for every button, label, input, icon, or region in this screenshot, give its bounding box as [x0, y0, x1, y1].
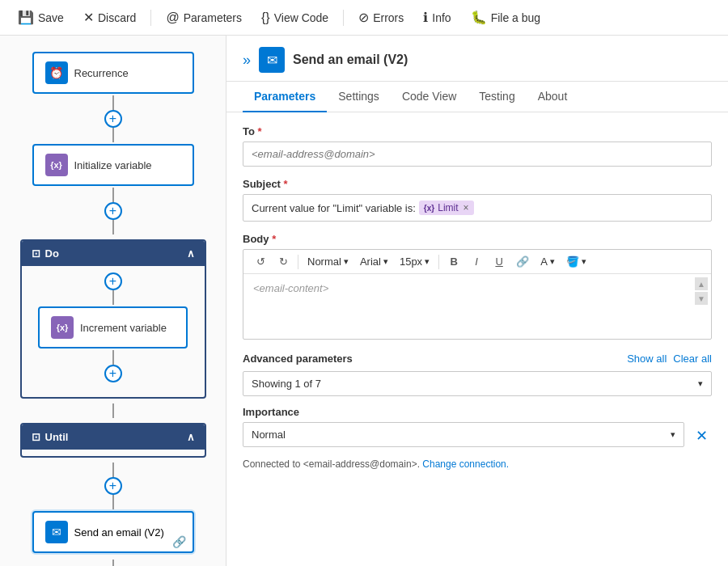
to-input[interactable]: [243, 142, 712, 167]
clear-all-button[interactable]: Clear all: [673, 353, 712, 365]
showing-label: Showing 1 of 7: [252, 378, 321, 390]
highlight-button[interactable]: 🪣 ▾: [561, 253, 591, 270]
errors-icon: ⊘: [358, 10, 369, 25]
line1: [112, 95, 114, 110]
importance-chevron: ▾: [671, 429, 675, 440]
scroll-up[interactable]: ▲: [695, 277, 708, 290]
advanced-header: Advanced parameters Show all Clear all: [243, 353, 712, 365]
connector1: +: [104, 95, 122, 142]
file-bug-button[interactable]: 🐛 File a bug: [463, 6, 548, 29]
tab-codeview[interactable]: Code View: [391, 82, 468, 112]
increment-node[interactable]: {x} Increment variable: [38, 306, 188, 348]
subject-field[interactable]: Current value for "Limit" variable is: {…: [243, 194, 712, 222]
link-icon: 🔗: [172, 535, 186, 548]
connection-text: Connected to <email-address@domain>.: [243, 458, 420, 470]
font-dropdown[interactable]: Arial ▾: [355, 253, 393, 270]
subject-token: {x} Limit ×: [419, 201, 474, 215]
showing-dropdown[interactable]: Showing 1 of 7 ▾: [243, 371, 712, 396]
editor-sep2: [438, 255, 439, 269]
save-button[interactable]: 💾 Save: [10, 6, 72, 29]
to-required: *: [258, 125, 262, 137]
size-dropdown[interactable]: 15px ▾: [395, 253, 434, 270]
do-icon: ⊡: [32, 247, 40, 260]
panel-header: » ✉ Send an email (V2): [226, 36, 728, 82]
connector2: +: [104, 188, 122, 234]
add-in-do[interactable]: +: [104, 272, 122, 290]
tab-parameters[interactable]: Parameters: [243, 82, 327, 112]
add-between-3[interactable]: +: [104, 477, 122, 495]
highlight-chevron: ▾: [582, 256, 586, 267]
line8: [112, 560, 114, 566]
importance-group: Importance Normal ▾: [243, 406, 684, 447]
errors-button[interactable]: ⊘ Errors: [350, 6, 412, 29]
body-editor: ↺ ↻ Normal ▾ Arial ▾ 15px: [243, 249, 712, 340]
info-button[interactable]: ℹ Info: [415, 6, 459, 29]
highlight-icon: 🪣: [566, 256, 579, 268]
format-dropdown[interactable]: Normal ▾: [303, 253, 353, 270]
until-collapse-icon[interactable]: ∧: [187, 431, 195, 443]
expand-button[interactable]: »: [243, 52, 251, 69]
do-collapse-icon[interactable]: ∧: [187, 247, 195, 260]
discard-icon: ✕: [83, 10, 94, 25]
font-color-label: A: [540, 256, 548, 268]
add-between-1[interactable]: +: [104, 110, 122, 128]
scroll-arrows: ▲ ▼: [695, 277, 708, 305]
tab-settings[interactable]: Settings: [327, 82, 391, 112]
code-icon: {}: [261, 11, 270, 25]
line6: [112, 463, 114, 477]
view-code-button[interactable]: {} View Code: [253, 6, 336, 29]
line5: [112, 403, 114, 418]
importance-dropdown[interactable]: Normal ▾: [243, 422, 684, 447]
font-color-button[interactable]: A ▾: [535, 253, 560, 270]
add-between-2[interactable]: +: [104, 202, 122, 220]
do-header-left: ⊡ Do: [32, 247, 59, 260]
italic-button[interactable]: I: [466, 253, 487, 270]
main-area: ⏰ Recurrence + {x} Initialize variable +…: [0, 36, 728, 566]
to-field-group: To *: [243, 125, 712, 167]
do-loop-header[interactable]: ⊡ Do ∧: [22, 241, 205, 266]
underline-button[interactable]: U: [489, 253, 510, 270]
recurrence-label: Recurrence: [74, 67, 129, 79]
recurrence-node[interactable]: ⏰ Recurrence: [32, 52, 194, 94]
token-icon: {x}: [424, 204, 434, 213]
show-all-button[interactable]: Show all: [627, 353, 667, 365]
do-connector1: +: [104, 272, 122, 305]
link-button[interactable]: 🔗: [511, 253, 534, 270]
bug-icon: 🐛: [471, 10, 487, 25]
send-email-label: Send an email (V2): [74, 526, 164, 539]
right-panel: » ✉ Send an email (V2) Parameters Settin…: [226, 36, 728, 566]
token-label: Limit: [438, 202, 458, 213]
add-after-increment[interactable]: +: [104, 365, 122, 382]
panel-tabs: Parameters Settings Code View Testing Ab…: [226, 82, 728, 112]
token-remove[interactable]: ×: [463, 202, 469, 213]
toolbar: 💾 Save ✕ Discard @ Parameters {} View Co…: [0, 0, 728, 36]
body-placeholder: <email-content>: [253, 282, 328, 294]
importance-remove-button[interactable]: ✕: [691, 425, 712, 446]
tab-testing[interactable]: Testing: [468, 82, 526, 112]
init-var-node[interactable]: {x} Initialize variable: [32, 144, 194, 186]
editor-toolbar: ↺ ↻ Normal ▾ Arial ▾ 15px: [243, 250, 711, 274]
until-header[interactable]: ⊡ Until ∧: [22, 424, 205, 450]
init-var-icon: {x}: [45, 154, 68, 176]
change-connection-link[interactable]: Change connection.: [422, 458, 509, 470]
do-label: Do: [45, 247, 59, 260]
panel-content: To * Subject * Current value for "Limit"…: [226, 112, 728, 566]
discard-button[interactable]: ✕ Discard: [75, 6, 144, 29]
line7: [112, 495, 114, 509]
send-email-node[interactable]: ✉ Send an email (V2) 🔗: [32, 511, 194, 553]
font-chevron: ▾: [383, 256, 388, 267]
tab-about[interactable]: About: [527, 82, 579, 112]
flow-canvas: ⏰ Recurrence + {x} Initialize variable +…: [0, 36, 226, 566]
scroll-down[interactable]: ▼: [695, 292, 708, 305]
do-connector2: +: [104, 350, 122, 382]
line2: [112, 128, 114, 142]
parameters-button[interactable]: @ Parameters: [158, 6, 250, 29]
importance-value: Normal: [252, 429, 286, 441]
redo-button[interactable]: ↻: [273, 253, 294, 270]
undo-button[interactable]: ↺: [250, 253, 271, 270]
connector5: +: [104, 560, 122, 566]
subject-field-group: Subject * Current value for "Limit" vari…: [243, 178, 712, 222]
bold-button[interactable]: B: [443, 253, 464, 270]
editor-content[interactable]: <email-content> ▲ ▼: [243, 274, 711, 339]
line3: [112, 188, 114, 202]
